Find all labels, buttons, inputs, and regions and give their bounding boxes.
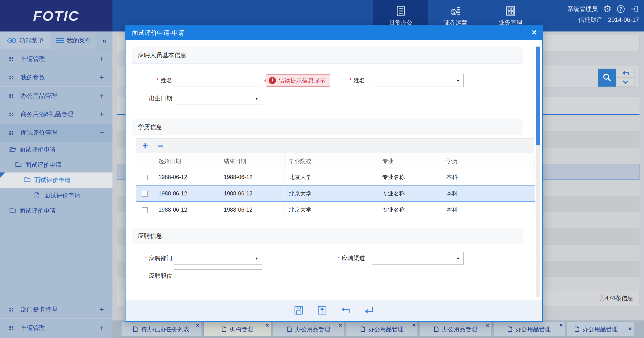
expand-icon[interactable]: +	[100, 300, 104, 319]
education-table: 起始日期 结束日期 毕业院校 专业 学历 1988-06-12 1988-06-…	[136, 153, 535, 218]
error-icon: !	[269, 77, 276, 84]
apply-channel-label: *应聘渠道	[321, 252, 365, 265]
remove-row-button[interactable]: −	[158, 142, 164, 150]
tree-item-interview-apply-l5[interactable]: 面试评价申请	[0, 203, 112, 218]
expand-icon[interactable]: +	[100, 68, 104, 86]
add-row-button[interactable]: +	[142, 141, 148, 151]
birthdate-select[interactable]: ▼	[174, 92, 262, 105]
close-icon[interactable]: ×	[266, 322, 269, 329]
collapse-icon[interactable]: −	[100, 124, 104, 142]
undo-icon[interactable]	[340, 305, 351, 316]
interview-apply-dialog: 面试评价申请-申请 × 应聘人员基本信息 *姓名 ! 错误提示信息显示 *姓名 …	[125, 25, 543, 322]
sidebar-item-vehicle-management-2[interactable]: 车辆管理 +	[0, 318, 112, 337]
tab-overflow-icon[interactable]: »	[628, 324, 632, 332]
reset-button[interactable]	[616, 68, 634, 78]
row-checkbox[interactable]	[142, 175, 148, 180]
close-icon[interactable]: ×	[196, 322, 199, 329]
document-icon	[34, 192, 40, 198]
sidebar-item-my-parameters[interactable]: 我的参数 +	[0, 68, 112, 86]
row-checkbox[interactable]	[142, 207, 148, 213]
search-button[interactable]	[598, 68, 616, 86]
close-icon[interactable]: ×	[532, 28, 537, 37]
grid-toolbar: + −	[136, 138, 534, 153]
bottom-tab-office-supplies-2[interactable]: 办公用品管理 ×	[346, 322, 418, 336]
submit-icon[interactable]	[317, 305, 327, 316]
tab-label: 功能菜单	[20, 36, 44, 44]
document-icon	[508, 326, 512, 332]
apply-position-input[interactable]	[174, 270, 262, 282]
close-icon[interactable]: ×	[560, 322, 563, 329]
required-mark: *	[349, 77, 352, 84]
grid-dots-icon	[10, 94, 13, 98]
checkbox-column-header	[136, 153, 154, 169]
folder-icon	[15, 162, 22, 167]
table-row-selected[interactable]: 1988-06-12 1988-06-12 北京大学 专业名称 本科	[136, 185, 534, 202]
close-icon[interactable]: ×	[486, 322, 489, 329]
help-icon[interactable]: ?	[617, 5, 625, 13]
apply-dept-select[interactable]: ▼	[174, 252, 262, 265]
enter-icon[interactable]	[364, 305, 374, 316]
expand-icon[interactable]: +	[100, 319, 104, 337]
selected-corner-marker	[0, 172, 6, 178]
sidebar-menu: 车辆管理 + 我的参数 + 办公用品管理 + 商务用酒&礼品管理 + 面试评价管…	[0, 50, 112, 218]
org-name: 信托财产	[578, 16, 602, 24]
brand-logo: FOTIC	[0, 0, 112, 32]
dropdown-arrow-icon: ▼	[255, 256, 258, 261]
grid-dots-icon	[10, 76, 13, 80]
bottom-tab-office-supplies-5[interactable]: 办公用品管理 »	[567, 322, 634, 336]
sidebar-item-office-supplies[interactable]: 办公用品管理 +	[0, 86, 112, 105]
name-select[interactable]: ▼	[372, 74, 464, 87]
scrollbar-thumb[interactable]	[536, 46, 540, 145]
bottom-tab-office-supplies-1[interactable]: 办公用品管理 ×	[273, 322, 344, 336]
grid-dots-icon	[10, 57, 13, 61]
user-name: 系统管理员	[567, 5, 598, 13]
tree-item-interview-apply-l2[interactable]: 面试评价申请	[0, 157, 112, 172]
close-icon[interactable]: ×	[339, 322, 342, 329]
section-education: 学历信息	[132, 119, 523, 136]
sidebar-tabs: 功能菜单 我的菜单 «	[0, 32, 112, 50]
dropdown-arrow-icon: ▼	[456, 79, 460, 83]
hamburger-icon	[56, 37, 64, 44]
sidebar-item-vehicle-management[interactable]: 车辆管理 +	[0, 50, 112, 68]
grid-dots-icon	[10, 113, 13, 116]
tree-item-interview-apply-l4[interactable]: 面试评价申请	[0, 188, 112, 203]
table-row[interactable]: 1988-06-12 1988-06-12 北京大学 专业名称 本科	[136, 169, 534, 185]
coin-icon: $	[450, 5, 462, 17]
save-icon[interactable]	[294, 305, 304, 316]
tab-function-menu[interactable]: 功能菜单	[0, 32, 51, 50]
logout-icon[interactable]	[630, 4, 639, 14]
brand-logo-text: FOTIC	[33, 8, 80, 24]
sidebar-menu-bottom: 部门餐卡管理 + 车辆管理 +	[0, 300, 112, 337]
education-grid: + − 起始日期 结束日期 毕业院校 专业 学历	[136, 138, 534, 218]
apply-channel-select[interactable]: ▼	[372, 252, 464, 265]
sidebar-item-interview-evaluation[interactable]: 面试评价管理 −	[0, 124, 112, 142]
eye-icon	[7, 37, 16, 44]
expand-icon[interactable]: +	[100, 86, 104, 105]
close-icon[interactable]: ×	[412, 322, 416, 329]
bottom-tab-task-list[interactable]: 待办/已办任务列表 ×	[121, 322, 201, 336]
dialog-footer	[126, 300, 542, 321]
sidebar-collapse-button[interactable]: «	[96, 32, 112, 49]
user-line: 系统管理员 ⚙ ?	[567, 3, 639, 15]
expand-icon[interactable]: +	[100, 50, 104, 68]
document-icon	[287, 326, 292, 332]
dropdown-arrow-icon: ▼	[456, 256, 460, 261]
tree-item-interview-apply-selected[interactable]: 面试评价申请	[0, 172, 112, 188]
dialog-titlebar[interactable]: 面试评价申请-申请 ×	[126, 26, 542, 40]
row-checkbox[interactable]	[142, 191, 148, 196]
sidebar-item-dining-card[interactable]: 部门餐卡管理 +	[0, 300, 112, 318]
sidebar-item-business-wine-gifts[interactable]: 商务用酒&礼品管理 +	[0, 105, 112, 124]
document-icon	[222, 326, 226, 332]
bottom-tab-office-supplies-3[interactable]: 办公用品管理 ×	[420, 322, 491, 336]
expand-search-button[interactable]	[616, 78, 634, 86]
expand-icon[interactable]: +	[100, 105, 104, 124]
bottom-tab-office-supplies-4[interactable]: 办公用品管理 ×	[493, 322, 565, 336]
name-input[interactable]	[174, 74, 262, 87]
gear-icon[interactable]: ⚙	[603, 4, 612, 14]
table-row[interactable]: 1988-06-12 1988-06-12 北京大学 专业名称 本科	[136, 202, 534, 218]
tree-item-interview-apply-l1[interactable]: 面试评价申请	[0, 142, 112, 157]
bottom-tab-org-management[interactable]: 机构管理 ×	[203, 322, 271, 336]
dialog-scrollbar[interactable]	[536, 46, 540, 297]
error-tooltip-text: 错误提示信息显示	[279, 77, 326, 84]
tab-my-menu[interactable]: 我的菜单	[51, 32, 96, 50]
